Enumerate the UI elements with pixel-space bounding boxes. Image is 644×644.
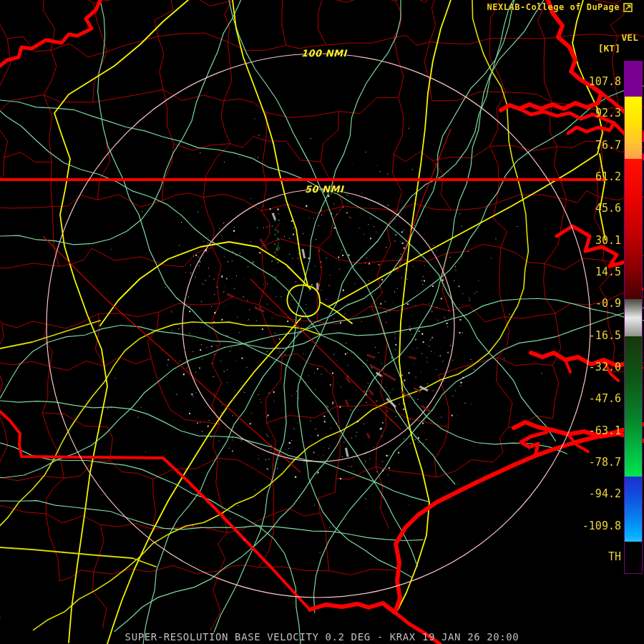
- brand-watermark: NEXLAB-College of DuPage: [487, 2, 633, 12]
- radar-viewport: 100 NMI 50 NMI NEXLAB-College of DuPage …: [0, 0, 644, 644]
- scale-title: VEL: [622, 32, 638, 43]
- colorbar-segment-blank: [625, 542, 642, 572]
- scale-tick-label: 14.5: [595, 265, 621, 278]
- scale-tick-label: 92.3: [595, 107, 621, 119]
- scale-tick-label: -63.1: [589, 424, 621, 437]
- scale-tick-label: -78.7: [589, 456, 621, 469]
- external-link-icon: [623, 3, 633, 12]
- scale-tick-label: -109.8: [582, 519, 621, 532]
- colorbar-segment-yellow: [625, 97, 642, 159]
- colorbar-segment-red: [625, 159, 642, 299]
- colorbar-segment-green: [625, 336, 642, 477]
- scale-tick-label: -0.9: [595, 297, 621, 310]
- scale-units: [KT]: [598, 43, 620, 54]
- velocity-colorbar: [624, 61, 643, 574]
- range-ring-label-50nmi: 50 NMI: [305, 184, 343, 195]
- colorbar-segment-blue: [625, 477, 642, 542]
- scale-tick-label: -47.6: [589, 392, 621, 405]
- scale-tick-label: 61.2: [595, 170, 621, 183]
- scale-tick-label: 107.8: [589, 75, 621, 88]
- scale-tick-label: -32.0: [589, 361, 621, 374]
- scale-tick-label: -16.5: [589, 329, 621, 342]
- scale-tick-label: -94.2: [589, 487, 621, 500]
- scale-tick-label: 30.1: [595, 234, 621, 247]
- scale-tick-label: 76.7: [595, 139, 621, 152]
- product-title: SUPER-RESOLUTION BASE VELOCITY 0.2 DEG -…: [0, 631, 644, 643]
- scale-tick-label: 45.6: [595, 202, 621, 215]
- brand-text: NEXLAB-College of DuPage: [487, 2, 620, 12]
- velocity-echoes-canvas: [0, 0, 644, 644]
- colorbar-segment-rf: [625, 62, 642, 97]
- range-ring-label-100nmi: 100 NMI: [301, 48, 347, 59]
- colorbar-segment-gray: [625, 299, 642, 336]
- scale-threshold-label: TH: [608, 550, 621, 563]
